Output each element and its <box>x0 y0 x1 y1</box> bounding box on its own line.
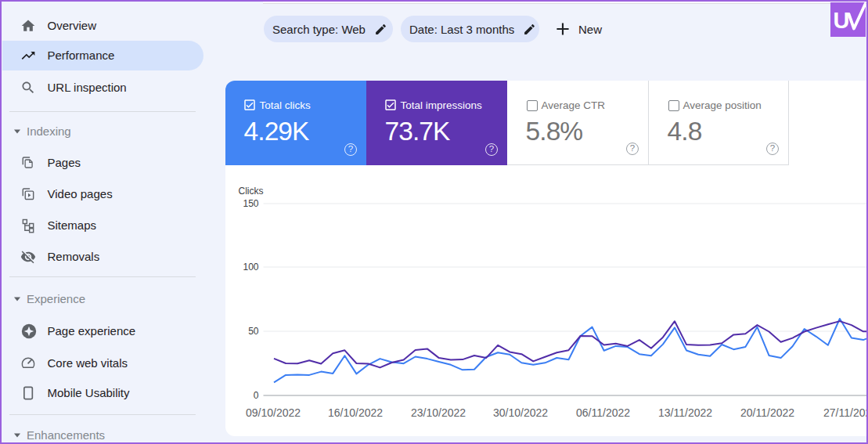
svg-text:U: U <box>834 8 850 33</box>
